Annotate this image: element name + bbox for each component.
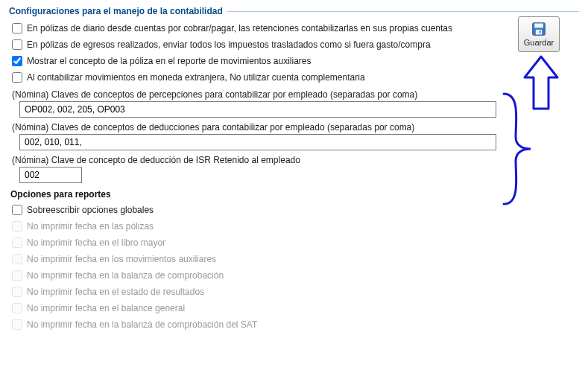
check-no-fecha-balanza: No imprimir fecha en la balanza de compr… bbox=[12, 268, 579, 283]
svg-rect-2 bbox=[536, 30, 542, 35]
save-button[interactable]: Guardar bbox=[518, 16, 560, 52]
reports-heading: Opciones para reportes bbox=[10, 189, 579, 200]
check-moneda-extranjera-label: Al contabilizar movimientos en moneda ex… bbox=[27, 70, 365, 85]
check-retenciones-label: En pólizas de diario desde cuentas por c… bbox=[27, 21, 452, 36]
check-no-fecha-balance-general-label: No imprimir fecha en el balance general bbox=[27, 301, 185, 316]
check-no-fecha-balanza-sat: No imprimir fecha en la balanza de compr… bbox=[12, 317, 579, 332]
svg-rect-3 bbox=[540, 31, 541, 34]
check-moneda-extranjera-box[interactable] bbox=[12, 72, 22, 83]
check-no-fecha-libro-mayor-label: No imprimir fecha en el libro mayor bbox=[27, 235, 165, 250]
check-mostrar-concepto-label: Mostrar el concepto de la póliza en el r… bbox=[27, 54, 312, 68]
check-no-fecha-polizas: No imprimir fecha en las pólizas bbox=[12, 219, 579, 234]
nomina-isr-input[interactable] bbox=[19, 167, 82, 183]
check-no-fecha-polizas-box bbox=[12, 221, 22, 232]
check-no-fecha-polizas-label: No imprimir fecha en las pólizas bbox=[27, 219, 154, 234]
check-no-fecha-mov-aux: No imprimir fecha en los movimientos aux… bbox=[12, 252, 579, 267]
nomina-isr-label: (Nómina) Clave de concepto de deducción … bbox=[12, 155, 579, 165]
check-sobreescribir-label: Sobreescribir opciones globales bbox=[27, 203, 154, 217]
check-no-fecha-balance-general-box bbox=[12, 303, 22, 313]
check-no-fecha-balanza-sat-label: No imprimir fecha en la balanza de compr… bbox=[27, 317, 257, 332]
check-no-fecha-balance-general: No imprimir fecha en el balance general bbox=[12, 301, 579, 316]
check-egresos[interactable]: En pólizas de egresos realizados, enviar… bbox=[12, 37, 579, 52]
nomina-ded-input[interactable] bbox=[19, 134, 496, 150]
check-egresos-box[interactable] bbox=[12, 39, 22, 50]
group-title: Configuraciones para el manejo de la con… bbox=[9, 6, 579, 16]
svg-rect-1 bbox=[534, 24, 543, 28]
check-egresos-label: En pólizas de egresos realizados, enviar… bbox=[27, 37, 431, 52]
check-no-fecha-edo-resultados: No imprimir fecha en el estado de result… bbox=[12, 284, 579, 299]
check-no-fecha-mov-aux-label: No imprimir fecha en los movimientos aux… bbox=[27, 252, 216, 267]
floppy-icon bbox=[531, 22, 546, 36]
nomina-ded-label: (Nómina) Claves de conceptos de deduccio… bbox=[12, 122, 579, 133]
check-no-fecha-libro-mayor-box bbox=[12, 237, 22, 248]
check-no-fecha-libro-mayor: No imprimir fecha en el libro mayor bbox=[12, 235, 579, 250]
check-no-fecha-edo-resultados-box bbox=[12, 287, 22, 297]
nomina-perc-label: (Nómina) Claves de conceptos de percepci… bbox=[12, 89, 579, 100]
check-no-fecha-balanza-box bbox=[12, 270, 22, 281]
divider bbox=[227, 11, 579, 12]
check-retenciones[interactable]: En pólizas de diario desde cuentas por c… bbox=[12, 21, 579, 36]
check-no-fecha-mov-aux-box bbox=[12, 254, 22, 264]
nomina-perc-input[interactable] bbox=[19, 101, 496, 118]
group-title-text: Configuraciones para el manejo de la con… bbox=[9, 6, 223, 16]
check-sobreescribir[interactable]: Sobreescribir opciones globales bbox=[12, 203, 579, 217]
check-moneda-extranjera[interactable]: Al contabilizar movimientos en moneda ex… bbox=[12, 70, 579, 85]
check-retenciones-box[interactable] bbox=[12, 23, 22, 34]
check-mostrar-concepto[interactable]: Mostrar el concepto de la póliza en el r… bbox=[12, 54, 579, 68]
check-no-fecha-balanza-sat-box bbox=[12, 319, 22, 330]
check-no-fecha-balanza-label: No imprimir fecha en la balanza de compr… bbox=[27, 268, 224, 283]
check-no-fecha-edo-resultados-label: No imprimir fecha en el estado de result… bbox=[27, 284, 204, 299]
check-mostrar-concepto-box[interactable] bbox=[12, 56, 22, 66]
check-sobreescribir-box[interactable] bbox=[12, 205, 22, 215]
save-button-label: Guardar bbox=[524, 38, 554, 47]
